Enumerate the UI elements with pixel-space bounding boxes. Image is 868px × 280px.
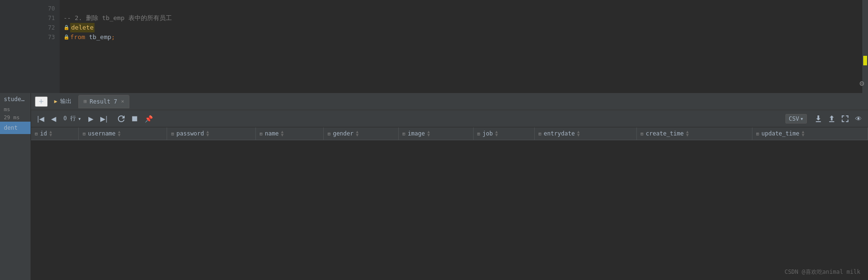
prev-row-button[interactable]: ◀ xyxy=(49,114,59,124)
upload-icon xyxy=(828,115,835,122)
line-72: 72 xyxy=(31,23,60,32)
sidebar-item-ms: ms xyxy=(0,105,31,114)
tab-result-7[interactable]: ⊞ Result 7 × xyxy=(78,95,129,108)
from-keyword: from xyxy=(70,32,85,42)
password-sort-arrows[interactable]: ▲ ▼ xyxy=(206,130,209,137)
code-line-70 xyxy=(64,4,868,13)
password-col-icon: ⊞ xyxy=(171,131,174,136)
col-header-create-time[interactable]: ⊞ create_time ▲ ▼ xyxy=(636,127,752,140)
csv-chevron-icon: ▾ xyxy=(800,115,804,122)
stop-button[interactable] xyxy=(129,114,140,124)
name-sort-arrows[interactable]: ▲ ▼ xyxy=(281,130,284,137)
code-line-71: -- 2. 删除 tb_emp 表中的所有员工 xyxy=(64,13,868,23)
stop-icon xyxy=(131,115,138,122)
id-col-icon: ⊞ xyxy=(35,131,38,136)
col-header-job[interactable]: ⊞ job ▲ ▼ xyxy=(473,127,534,140)
image-sort-arrows[interactable]: ▲ ▼ xyxy=(427,130,430,137)
image-col-icon: ⊞ xyxy=(402,131,405,136)
pin-button[interactable]: 📌 xyxy=(142,114,155,124)
tab-output[interactable]: ▶ 输出 xyxy=(50,95,77,108)
table-name: tb_emp xyxy=(89,32,111,42)
next-row-button[interactable]: ▶ xyxy=(86,114,96,124)
create-time-col-icon: ⊞ xyxy=(641,131,644,136)
view-button[interactable]: 👁 xyxy=(853,114,864,124)
update-time-col-icon: ⊞ xyxy=(756,131,759,136)
download-button[interactable] xyxy=(813,114,824,124)
col-create-time-label: create_time xyxy=(646,130,684,137)
username-col-icon: ⊞ xyxy=(83,131,85,136)
col-header-name[interactable]: ⊞ name ▲ ▼ xyxy=(255,127,323,140)
col-password-label: password xyxy=(176,130,204,137)
download-icon xyxy=(815,115,822,122)
col-header-update-time[interactable]: ⊞ update_time ▲ ▼ xyxy=(752,127,868,140)
id-sort-desc: ▼ xyxy=(49,134,52,137)
col-header-entrydate[interactable]: ⊞ entrydate ▲ ▼ xyxy=(534,127,636,140)
create-time-sort-arrows[interactable]: ▲ ▼ xyxy=(686,130,688,137)
lock-icon-73: 🔒 xyxy=(64,32,69,42)
col-id-label: id xyxy=(40,130,47,137)
delete-keyword: delete xyxy=(70,23,95,32)
col-username-label: username xyxy=(88,130,116,137)
entrydate-sort-arrows[interactable]: ▲ ▼ xyxy=(577,130,580,137)
gender-sort-arrows[interactable]: ▲ ▼ xyxy=(356,130,359,137)
semicolon: ; xyxy=(111,32,115,42)
tab-close-button[interactable]: × xyxy=(121,98,125,104)
line-numbers: 70 71 72 73 xyxy=(31,0,60,93)
first-row-button[interactable]: |◀ xyxy=(35,114,47,124)
job-col-icon: ⊞ xyxy=(477,131,480,136)
left-sidebar: student ms 29 ms dent xyxy=(0,93,31,280)
result-tab-icon: ⊞ xyxy=(84,98,87,104)
name-col-icon: ⊞ xyxy=(260,131,263,136)
data-table: ⊞ id ▲ ▼ ⊞ xyxy=(31,127,868,140)
csv-dropdown[interactable]: CSV ▾ xyxy=(785,114,807,124)
result-tab-label: Result 7 xyxy=(90,98,117,105)
output-tab-icon: ▶ xyxy=(54,98,58,104)
expand-icon xyxy=(842,115,848,122)
username-sort-arrows[interactable]: ▲ ▼ xyxy=(118,130,120,137)
add-tab-button[interactable]: + xyxy=(35,96,48,107)
row-count-value: 0 行 xyxy=(64,114,76,123)
upload-button[interactable] xyxy=(826,114,837,124)
last-row-button[interactable]: ▶| xyxy=(98,114,110,124)
row-count-display: 0 行 ▾ xyxy=(61,114,85,123)
col-image-label: image xyxy=(408,130,425,137)
update-time-sort-arrows[interactable]: ▲ ▼ xyxy=(802,130,804,137)
sidebar-item-student[interactable]: student xyxy=(0,93,31,105)
col-header-username[interactable]: ⊞ username ▲ ▼ xyxy=(79,127,167,140)
settings-gear-icon[interactable]: ⚙ xyxy=(859,79,864,88)
col-header-password[interactable]: ⊞ password ▲ ▼ xyxy=(167,127,255,140)
job-sort-arrows[interactable]: ▲ ▼ xyxy=(495,130,498,137)
expand-button[interactable] xyxy=(839,114,851,124)
col-header-gender[interactable]: ⊞ gender ▲ ▼ xyxy=(324,127,399,140)
space xyxy=(85,32,89,42)
toolbar-right: 👁 xyxy=(813,114,864,124)
col-update-time-label: update_time xyxy=(762,130,799,137)
line-70: 70 xyxy=(31,4,60,13)
data-table-container[interactable]: ⊞ id ▲ ▼ ⊞ xyxy=(31,127,868,280)
col-name-label: name xyxy=(265,130,279,137)
line-73: 73 xyxy=(31,32,60,42)
lock-icon-72: 🔒 xyxy=(64,23,69,32)
svg-rect-0 xyxy=(132,116,138,121)
table-header-row: ⊞ id ▲ ▼ ⊞ xyxy=(31,127,868,140)
toolbar-row: |◀ ◀ 0 行 ▾ ▶ ▶| 📌 xyxy=(31,110,868,127)
col-entrydate-label: entrydate xyxy=(544,130,575,137)
tab-bar: + ▶ 输出 ⊞ Result 7 × xyxy=(31,93,868,110)
col-gender-label: gender xyxy=(333,130,353,137)
row-count-dropdown[interactable]: ▾ xyxy=(78,115,81,122)
watermark: CSDN @喜欢吃animal milk xyxy=(784,268,860,276)
sidebar-time-29ms: 29 ms xyxy=(0,114,31,122)
id-sort-arrows[interactable]: ▲ ▼ xyxy=(49,130,52,137)
refresh-button[interactable] xyxy=(116,114,127,124)
right-content: ⚙ + ▶ 输出 ⊞ Result 7 × |◀ ◀ xyxy=(31,93,868,280)
code-line-72: 🔒 delete xyxy=(64,23,868,32)
col-header-id[interactable]: ⊞ id ▲ ▼ xyxy=(31,127,79,140)
sidebar-item-dent[interactable]: dent xyxy=(0,122,31,134)
line-71: 71 xyxy=(31,13,60,23)
entrydate-col-icon: ⊞ xyxy=(539,131,541,136)
col-job-label: job xyxy=(483,130,493,137)
col-header-image[interactable]: ⊞ image ▲ ▼ xyxy=(398,127,473,140)
comment-text: -- 2. 删除 tb_emp 表中的所有员工 xyxy=(64,13,172,23)
code-line-73: 🔒 from tb_emp ; xyxy=(64,32,868,42)
code-content: -- 2. 删除 tb_emp 表中的所有员工 🔒 delete 🔒 from … xyxy=(60,0,868,93)
